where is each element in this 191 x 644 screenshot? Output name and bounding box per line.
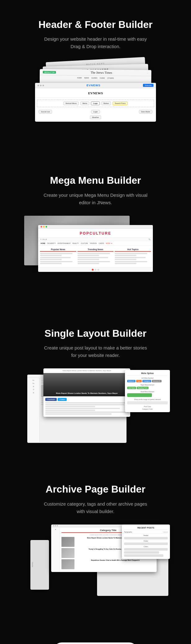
single-description: Create unique post layout to make a bett… <box>43 344 148 359</box>
single-main-card: Riots Report Shows London Needs To Maint… <box>43 368 130 417</box>
widget-login[interactable]: Login <box>91 110 100 114</box>
post-content: f Facebook t Twitter <box>43 396 130 417</box>
elementor-sidebar: Aa Aa ⊞ ☰ ⊞ <box>27 378 40 442</box>
header-logo-area: EVNEWS <box>35 88 156 98</box>
mega-col-popular: Popular News <box>40 248 76 265</box>
meta-options-panel: Meta Option Left Meta Number Button A Da… <box>125 370 170 412</box>
mega-title: Mega Menu Builder <box>9 174 182 186</box>
widget-logo[interactable]: Logo <box>91 101 100 105</box>
archive-description: Customize category, tags and other archi… <box>43 500 148 515</box>
facebook-btn[interactable]: f Facebook <box>45 398 57 401</box>
hf-main-card: EVNEWS Subscribe EVNEWS Vertical Menu Me… <box>35 83 156 122</box>
header-footer-section: Header & Footer Builder Design your webs… <box>0 0 191 156</box>
weather-row: Weather <box>35 115 156 122</box>
widget-vertical-menu[interactable]: Vertical Menu <box>63 101 79 105</box>
widget-search-form[interactable]: Search Form <box>113 101 128 105</box>
archive-left-sidebar: ◀ <box>51 527 60 572</box>
build-meta-bar <box>127 393 152 397</box>
widget-weather[interactable]: Weather <box>90 115 101 119</box>
widget-dark-mode[interactable]: Dark Mode <box>139 110 152 114</box>
mega-menu-section: Mega Menu Builder Create your unique Meg… <box>0 156 191 308</box>
mega-browser-bar <box>38 225 153 229</box>
hf-mockup: WATCH NEWS THE SNEAKERS NEWSLETTER The J… <box>21 60 170 143</box>
mega-col-trending: Trending News <box>78 248 114 265</box>
archive-title: Archive Page Builder <box>9 483 182 495</box>
hf-title: Header & Footer Builder <box>9 19 182 30</box>
mega-pagination <box>38 267 153 272</box>
archive-right-panel: RECENT POSTS Typography Layout Header Fo… <box>122 525 170 559</box>
below-widget-row: Social Icon Login Dark Mode <box>35 109 156 115</box>
widget-drop-area: Vertical Menu Menu Logo Button Search Fo… <box>37 100 154 107</box>
social-share-row: f Facebook t Twitter <box>45 398 128 401</box>
mega-logo-bar: POPCULTURE <box>38 229 153 238</box>
article-thumb-1 <box>61 537 74 547</box>
widget-button[interactable]: Button <box>101 101 111 105</box>
post-hero-image: Riots Report Shows London Needs To Maint… <box>43 373 130 396</box>
archive-mockup: Header ◀ Category Title Lorem ipsum dolo… <box>21 525 170 615</box>
mega-main-card: POPCULTURE f t in yt 🔍 HOME CELEBRITY EN… <box>38 225 153 272</box>
right-meta-tags: Life Style Reading Time <box>127 387 168 389</box>
single-mockup: elementor Aa Aa ⊞ ☰ ⊞ <box>21 368 170 452</box>
left-meta-tags: Button A Date Category Element B <box>127 380 168 382</box>
recent-posts-title: RECENT POSTS <box>124 527 168 530</box>
archive-back-left: Header <box>30 540 49 590</box>
single-layout-section: Single Layout Builder Create unique post… <box>0 309 191 465</box>
panel-title: Meta Option <box>127 372 168 376</box>
rp-row-1: Typography Layout <box>124 531 168 533</box>
mega-dropdown: Popular News Trending News <box>38 246 153 267</box>
widget-social-icon[interactable]: Social Icon <box>39 110 52 114</box>
archive-page-section: Archive Page Builder Customize category,… <box>0 465 191 627</box>
post-overlay-title: Riots Report Shows London Needs To Maint… <box>45 392 128 395</box>
article-thumb-2 <box>61 548 74 558</box>
article-thumb-3 <box>61 559 74 569</box>
single-title: Single Layout Builder <box>9 327 182 339</box>
mega-social-bar: f t in yt 🔍 <box>38 238 153 241</box>
twitter-btn[interactable]: t Twitter <box>58 398 67 401</box>
purchase-button[interactable]: Purchase JNews → <box>53 642 138 644</box>
mega-col-hot: Hot Topics <box>115 248 151 265</box>
post-url-bar: Riots Report Shows London Needs To Maint… <box>43 368 130 373</box>
hf-description: Design your website header in real-time … <box>43 35 148 50</box>
purchase-section: Purchase JNews → <box>0 627 191 644</box>
browser-bar: EVNEWS Subscribe <box>35 83 156 88</box>
archive-article-3: Republican Senator Vital to Health Bill'… <box>61 559 155 569</box>
widget-menu[interactable]: Menu <box>80 101 89 105</box>
mega-mockup: POPCULTURE f t in yt 🔍 HOME CELEBRITY EN… <box>21 216 170 296</box>
mega-nav-bar: HOME CELEBRITY ENTERTAINMENT REALITY CUL… <box>38 241 153 246</box>
mega-description: Create your unique Mega Menu Design with… <box>43 191 148 206</box>
subscribe-btn[interactable]: Subscribe <box>143 84 153 87</box>
